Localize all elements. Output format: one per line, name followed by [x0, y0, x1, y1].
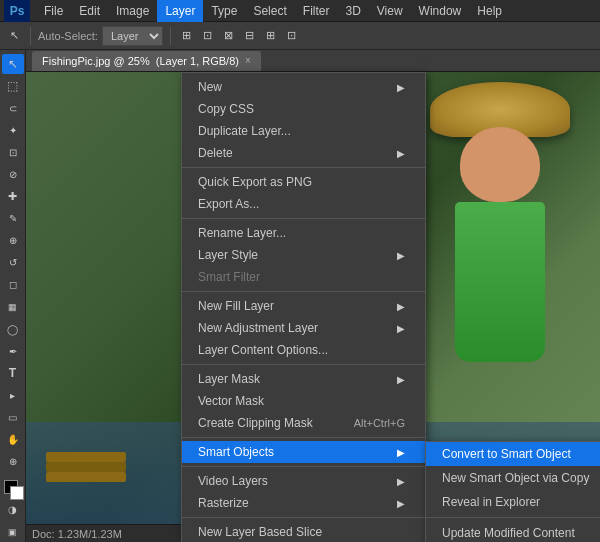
- arrow-icon: ▶: [397, 148, 405, 159]
- tool-pen[interactable]: ✒: [2, 341, 24, 361]
- layer-menu-section-4: New Fill Layer ▶ New Adjustment Layer ▶ …: [182, 292, 425, 365]
- menu-edit[interactable]: Edit: [71, 0, 108, 22]
- move-tool-btn[interactable]: ↖: [6, 25, 23, 47]
- main-area: ↖ ⬚ ⊂ ✦ ⊡ ⊘ ✚ ✎ ⊕ ↺ ◻ ▦ ◯ ✒ T ▸ ▭ ✋ ⊕ ◑ …: [0, 50, 600, 542]
- arrow-icon: ▶: [397, 476, 405, 487]
- figure-body: [455, 202, 545, 362]
- tool-gradient[interactable]: ▦: [2, 297, 24, 317]
- align-middle-btn[interactable]: ⊞: [262, 25, 279, 47]
- layer-copy-css[interactable]: Copy CSS: [182, 98, 425, 120]
- layer-video-layers[interactable]: Video Layers ▶: [182, 470, 425, 492]
- tool-magic-wand[interactable]: ✦: [2, 120, 24, 140]
- menu-type[interactable]: Type: [203, 0, 245, 22]
- layer-smart-objects[interactable]: Smart Objects ▶ Convert to Smart Object …: [182, 441, 425, 463]
- auto-select-dropdown[interactable]: Layer Group: [102, 26, 163, 46]
- tab-close[interactable]: ×: [245, 55, 251, 66]
- layer-menu-section-5: Layer Mask ▶ Vector Mask Create Clipping…: [182, 365, 425, 438]
- menu-bar: Ps File Edit Image Layer Type Select Fil…: [0, 0, 600, 22]
- arrow-icon: ▶: [397, 82, 405, 93]
- layer-rename[interactable]: Rename Layer...: [182, 222, 425, 244]
- tool-zoom[interactable]: ⊕: [2, 452, 24, 472]
- status-text: Doc: 1.23M/1.23M: [32, 528, 122, 540]
- arrow-icon: ▶: [397, 447, 405, 458]
- tool-screen-mode[interactable]: ▣: [2, 522, 24, 542]
- menu-file[interactable]: File: [36, 0, 71, 22]
- layer-delete[interactable]: Delete ▶: [182, 142, 425, 164]
- tab-label: FishingPic.jpg @ 25%: [42, 55, 150, 67]
- align-bottom-btn[interactable]: ⊡: [283, 25, 300, 47]
- menu-image[interactable]: Image: [108, 0, 157, 22]
- layer-menu-section-7: Video Layers ▶ Rasterize ▶: [182, 467, 425, 518]
- tool-healing[interactable]: ✚: [2, 187, 24, 207]
- menu-view[interactable]: View: [369, 0, 411, 22]
- tab-info: (Layer 1, RGB/8): [156, 55, 239, 67]
- layer-style[interactable]: Layer Style ▶: [182, 244, 425, 266]
- arrow-icon: ▶: [397, 323, 405, 334]
- menu-help[interactable]: Help: [469, 0, 510, 22]
- align-right-btn[interactable]: ⊠: [220, 25, 237, 47]
- toolbar-divider-1: [30, 27, 31, 45]
- layer-quick-export[interactable]: Quick Export as PNG: [182, 171, 425, 193]
- layer-vector-mask[interactable]: Vector Mask: [182, 390, 425, 412]
- layer-menu: New ▶ Copy CSS Duplicate Layer... Delete…: [181, 72, 426, 542]
- menu-3d[interactable]: 3D: [337, 0, 368, 22]
- menu-filter[interactable]: Filter: [295, 0, 338, 22]
- menu-layer[interactable]: Layer: [157, 0, 203, 22]
- photo-figure: [420, 82, 580, 452]
- menu-window[interactable]: Window: [411, 0, 470, 22]
- layer-clipping-mask[interactable]: Create Clipping Mask Alt+Ctrl+G: [182, 412, 425, 434]
- so-reveal-explorer[interactable]: Reveal in Explorer: [426, 490, 600, 514]
- tool-marquee[interactable]: ⬚: [2, 76, 24, 96]
- layer-smart-filter: Smart Filter: [182, 266, 425, 288]
- layer-new[interactable]: New ▶: [182, 76, 425, 98]
- menu-select[interactable]: Select: [245, 0, 294, 22]
- layer-menu-section-1: New ▶ Copy CSS Duplicate Layer... Delete…: [182, 73, 425, 168]
- layer-export-as[interactable]: Export As...: [182, 193, 425, 215]
- toolbar: ↖ Auto-Select: Layer Group ⊞ ⊡ ⊠ ⊟ ⊞ ⊡: [0, 22, 600, 50]
- align-center-btn[interactable]: ⊡: [199, 25, 216, 47]
- layer-duplicate[interactable]: Duplicate Layer...: [182, 120, 425, 142]
- tool-text[interactable]: T: [2, 363, 24, 383]
- layer-content-options[interactable]: Layer Content Options...: [182, 339, 425, 361]
- canvas-area: FishingPic.jpg @ 25% (Layer 1, RGB/8) ×: [26, 50, 600, 542]
- tool-move[interactable]: ↖: [2, 54, 24, 74]
- arrow-icon: ▶: [397, 498, 405, 509]
- tool-shape[interactable]: ▭: [2, 408, 24, 428]
- tools-panel: ↖ ⬚ ⊂ ✦ ⊡ ⊘ ✚ ✎ ⊕ ↺ ◻ ▦ ◯ ✒ T ▸ ▭ ✋ ⊕ ◑ …: [0, 50, 26, 542]
- layer-mask[interactable]: Layer Mask ▶: [182, 368, 425, 390]
- layer-rasterize[interactable]: Rasterize ▶: [182, 492, 425, 514]
- smart-objects-submenu: Convert to Smart Object New Smart Object…: [425, 441, 600, 542]
- fg-bg-colors[interactable]: [2, 478, 24, 498]
- layer-menu-section-2: Quick Export as PNG Export As...: [182, 168, 425, 219]
- so-new-via-copy[interactable]: New Smart Object via Copy: [426, 466, 600, 490]
- tool-brush[interactable]: ✎: [2, 209, 24, 229]
- so-convert[interactable]: Convert to Smart Object: [426, 442, 600, 466]
- layer-new-based-slice[interactable]: New Layer Based Slice: [182, 521, 425, 542]
- tab-bar: FishingPic.jpg @ 25% (Layer 1, RGB/8) ×: [26, 50, 600, 72]
- tool-lasso[interactable]: ⊂: [2, 98, 24, 118]
- so-update-modified[interactable]: Update Modified Content: [426, 521, 600, 542]
- figure-head: [460, 127, 540, 202]
- arrow-icon: ▶: [397, 301, 405, 312]
- arrow-icon: ▶: [397, 250, 405, 261]
- layer-menu-section-3: Rename Layer... Layer Style ▶ Smart Filt…: [182, 219, 425, 292]
- background-color[interactable]: [10, 486, 24, 500]
- tool-eyedropper[interactable]: ⊘: [2, 164, 24, 184]
- submenu-divider-1: [426, 517, 600, 518]
- align-top-btn[interactable]: ⊟: [241, 25, 258, 47]
- tool-hand[interactable]: ✋: [2, 430, 24, 450]
- tool-dodge[interactable]: ◯: [2, 319, 24, 339]
- canvas-tab[interactable]: FishingPic.jpg @ 25% (Layer 1, RGB/8) ×: [32, 51, 261, 71]
- tool-history-brush[interactable]: ↺: [2, 253, 24, 273]
- dock-plank-2: [46, 462, 126, 472]
- tool-clone-stamp[interactable]: ⊕: [2, 231, 24, 251]
- tool-mask-mode[interactable]: ◑: [2, 500, 24, 520]
- tool-path-select[interactable]: ▸: [2, 385, 24, 405]
- arrow-icon: ▶: [397, 374, 405, 385]
- tool-crop[interactable]: ⊡: [2, 142, 24, 162]
- layer-new-adjustment[interactable]: New Adjustment Layer ▶: [182, 317, 425, 339]
- align-left-btn[interactable]: ⊞: [178, 25, 195, 47]
- layer-new-fill[interactable]: New Fill Layer ▶: [182, 295, 425, 317]
- tool-eraser[interactable]: ◻: [2, 275, 24, 295]
- toolbar-divider-2: [170, 27, 171, 45]
